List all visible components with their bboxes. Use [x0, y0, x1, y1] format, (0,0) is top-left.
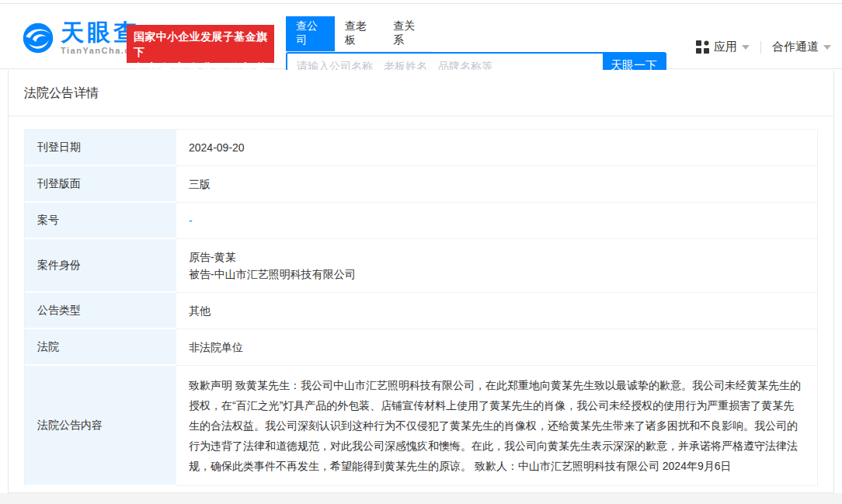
- table-row: 案件身份 原告-黄某 被告-中山市汇艺照明科技有限公司: [25, 239, 817, 293]
- row-label-case-identity: 案件身份: [25, 239, 176, 293]
- tab-search-boss[interactable]: 查老板: [335, 16, 384, 51]
- row-value-announcement-content: 致歉声明 致黄某先生：我公司中山市汇艺照明科技有限公司，在此郑重地向黄某先生致以…: [176, 366, 817, 486]
- chevron-down-icon: [742, 45, 750, 50]
- table-row: 案号 -: [25, 203, 817, 239]
- row-label-court: 法院: [25, 329, 176, 366]
- tab-search-company[interactable]: 查公司: [286, 16, 335, 51]
- nav-partner-label: 合作通道: [772, 40, 819, 54]
- table-row: 法院 非法院单位: [25, 329, 817, 366]
- row-value-case-number: -: [176, 203, 817, 239]
- title-divider: [9, 116, 833, 116]
- certification-badge: 国家中小企业发展子基金旗下 官方备案企业征信机构: [127, 25, 274, 63]
- row-value-court: 非法院单位: [176, 329, 817, 366]
- table-row: 法院公告内容 致歉声明 致黄某先生：我公司中山市汇艺照明科技有限公司，在此郑重地…: [25, 366, 817, 486]
- site-header: 天眼查 TianYanCha.com 国家中小企业发展子基金旗下 官方备案企业征…: [0, 4, 842, 69]
- defendant-line: 被告-中山市汇艺照明科技有限公司: [189, 266, 805, 283]
- row-value-case-identity: 原告-黄某 被告-中山市汇艺照明科技有限公司: [176, 239, 817, 293]
- row-value-announcement-type: 其他: [176, 293, 817, 329]
- announcement-table: 刊登日期 2024-09-20 刊登版面 三版 案号 - 案件身份 原告-黄某 …: [24, 129, 818, 486]
- search-tabs: 查公司 查老板 查关系: [286, 16, 432, 52]
- apps-grid-icon: [696, 40, 709, 54]
- tab-search-relation[interactable]: 查关系: [383, 16, 432, 51]
- header-nav: 应用 合作通道: [696, 40, 831, 54]
- row-label-publish-date: 刊登日期: [25, 130, 176, 166]
- tianyancha-eye-icon: [22, 22, 54, 54]
- table-row: 刊登版面 三版: [25, 166, 817, 203]
- badge-line-1: 国家中小企业发展子基金旗下: [134, 29, 267, 60]
- row-value-page-layout: 三版: [176, 166, 817, 203]
- nav-apps[interactable]: 应用: [696, 40, 750, 54]
- detail-card: 法院公告详情 刊登日期 2024-09-20 刊登版面 三版 案号 - 案件身份…: [8, 70, 834, 493]
- page-bottom-strip: [0, 493, 842, 504]
- chevron-down-icon: [823, 45, 831, 50]
- row-value-publish-date: 2024-09-20: [176, 130, 817, 166]
- row-label-announcement-content: 法院公告内容: [25, 366, 176, 486]
- table-row: 刊登日期 2024-09-20: [25, 130, 817, 166]
- nav-divider: [760, 41, 761, 54]
- nav-partner[interactable]: 合作通道: [772, 40, 831, 54]
- nav-apps-label: 应用: [714, 40, 737, 54]
- row-label-case-number: 案号: [25, 203, 176, 239]
- row-label-page-layout: 刊登版面: [25, 166, 176, 203]
- page-title: 法院公告详情: [9, 70, 833, 116]
- row-label-announcement-type: 公告类型: [25, 293, 176, 329]
- table-row: 公告类型 其他: [25, 293, 817, 329]
- plaintiff-line: 原告-黄某: [189, 249, 805, 266]
